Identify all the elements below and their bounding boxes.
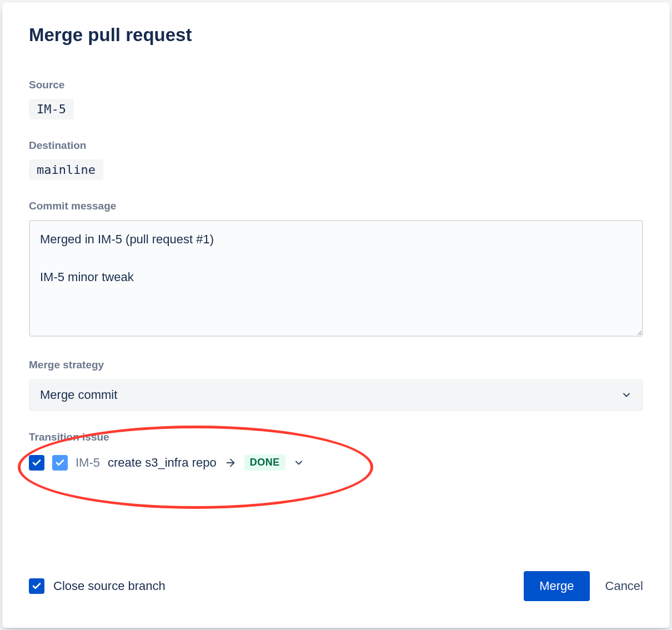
source-field: Source IM-5 bbox=[29, 79, 643, 119]
transition-issue-label: Transition issue bbox=[29, 431, 643, 443]
transition-issue-row: IM-5 create s3_infra repo DONE bbox=[29, 451, 643, 474]
transition-issue-field: Transition issue IM-5 create s3_infra re… bbox=[29, 431, 643, 474]
commit-message-label: Commit message bbox=[29, 200, 643, 212]
merge-pull-request-dialog: Merge pull request Source IM-5 Destinati… bbox=[2, 2, 670, 628]
destination-field: Destination mainline bbox=[29, 139, 643, 180]
check-icon bbox=[55, 458, 65, 468]
status-badge: DONE bbox=[244, 454, 285, 471]
commit-message-field: Commit message bbox=[29, 200, 643, 339]
arrow-right-icon bbox=[224, 457, 237, 469]
source-label: Source bbox=[29, 79, 643, 91]
merge-strategy-select[interactable]: Merge commit bbox=[29, 379, 643, 411]
issue-title: create s3_infra repo bbox=[108, 456, 217, 470]
close-branch-checkbox[interactable] bbox=[29, 578, 44, 594]
merge-button[interactable]: Merge bbox=[524, 571, 589, 601]
chevron-down-icon bbox=[621, 389, 632, 401]
issue-id: IM-5 bbox=[76, 456, 100, 470]
destination-branch-tag: mainline bbox=[29, 159, 103, 180]
close-source-branch-option[interactable]: Close source branch bbox=[29, 578, 166, 594]
close-branch-label: Close source branch bbox=[53, 579, 166, 593]
check-icon bbox=[32, 458, 42, 468]
dialog-footer: Close source branch Merge Cancel bbox=[29, 549, 643, 601]
merge-strategy-label: Merge strategy bbox=[29, 359, 643, 371]
cancel-button[interactable]: Cancel bbox=[605, 579, 643, 593]
source-branch-tag: IM-5 bbox=[29, 99, 74, 119]
chevron-down-icon[interactable] bbox=[293, 457, 304, 468]
destination-label: Destination bbox=[29, 139, 643, 152]
footer-actions: Merge Cancel bbox=[524, 571, 643, 601]
merge-strategy-field: Merge strategy Merge commit bbox=[29, 359, 643, 411]
merge-strategy-value: Merge commit bbox=[40, 388, 117, 402]
check-icon bbox=[32, 581, 42, 591]
commit-message-input[interactable] bbox=[29, 220, 643, 337]
dialog-title: Merge pull request bbox=[29, 24, 643, 46]
transition-all-checkbox[interactable] bbox=[29, 455, 44, 471]
transition-issue-checkbox[interactable] bbox=[52, 455, 68, 471]
